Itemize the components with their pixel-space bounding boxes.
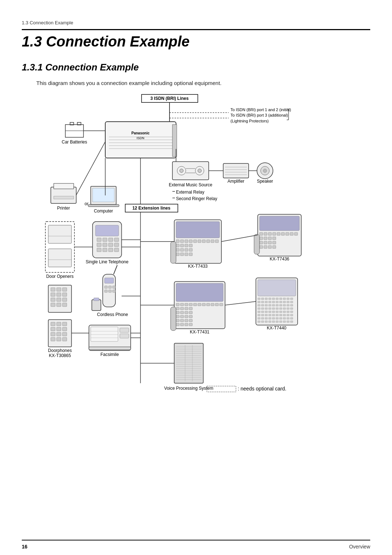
svg-rect-204 [189, 323, 192, 326]
svg-rect-70 [62, 303, 67, 307]
diagram: 3 ISDN (BRI) Lines To ISDN (BRI) port 1 … [22, 93, 370, 394]
svg-rect-118 [120, 334, 129, 338]
speaker-label: Speaker [257, 179, 273, 184]
svg-rect-225 [279, 301, 282, 303]
cordless-phone-label: Cordless Phone [97, 312, 128, 317]
svg-rect-250 [261, 311, 264, 313]
svg-rect-177 [189, 303, 192, 306]
svg-rect-272 [269, 317, 271, 319]
svg-rect-153 [277, 232, 280, 235]
svg-rect-242 [269, 308, 271, 309]
svg-rect-69 [57, 303, 61, 307]
external-relay-label: External Relay [176, 190, 204, 195]
svg-rect-129 [202, 240, 205, 243]
svg-rect-199 [185, 319, 188, 322]
svg-rect-282 [269, 321, 271, 323]
svg-rect-167 [264, 246, 267, 248]
svg-rect-83 [62, 337, 67, 341]
svg-rect-110 [94, 298, 99, 301]
svg-rect-88 [103, 238, 107, 242]
kx-t7433-label: KX-T7433 [188, 264, 208, 269]
svg-rect-179 [198, 303, 201, 306]
svg-rect-131 [211, 240, 214, 243]
svg-rect-117 [120, 328, 129, 332]
svg-rect-180 [202, 303, 205, 306]
svg-rect-44 [51, 187, 76, 203]
svg-rect-96 [103, 248, 107, 252]
svg-rect-127 [193, 240, 197, 243]
svg-rect-247 [287, 308, 289, 309]
svg-rect-49 [93, 188, 114, 202]
svg-rect-229 [258, 304, 260, 306]
svg-rect-169 [273, 246, 276, 248]
svg-rect-223 [272, 301, 275, 303]
needs-optional-label: : needs optional card. [238, 386, 286, 392]
svg-rect-166 [260, 246, 263, 248]
svg-rect-158 [260, 237, 263, 240]
door-openers-label: Door Openers [46, 274, 73, 279]
svg-rect-137 [176, 248, 179, 251]
svg-rect-60 [57, 288, 61, 291]
svg-rect-176 [185, 303, 188, 306]
svg-rect-193 [176, 315, 179, 318]
svg-rect-105 [105, 290, 107, 292]
svg-rect-255 [279, 311, 282, 313]
svg-rect-254 [276, 311, 278, 313]
svg-rect-93 [109, 243, 113, 247]
svg-rect-215 [279, 298, 282, 300]
svg-rect-144 [189, 253, 192, 256]
svg-rect-187 [185, 307, 188, 310]
single-line-tel-label: Single Line Telephone [86, 259, 128, 264]
svg-rect-77 [62, 327, 67, 331]
svg-rect-185 [176, 307, 179, 310]
svg-rect-191 [185, 311, 188, 314]
svg-rect-183 [215, 303, 219, 306]
svg-rect-208 [258, 280, 296, 296]
svg-rect-181 [207, 303, 210, 306]
svg-rect-184 [220, 303, 223, 306]
svg-rect-189 [176, 311, 179, 314]
svg-rect-102 [105, 286, 107, 288]
svg-rect-265 [279, 314, 282, 316]
svg-rect-235 [279, 304, 282, 306]
lightning-label: (Lightning Protectors) [230, 119, 269, 123]
svg-rect-53 [48, 225, 72, 243]
svg-rect-122 [176, 222, 220, 238]
svg-rect-287 [287, 321, 289, 323]
svg-rect-86 [95, 225, 119, 236]
svg-rect-196 [189, 315, 192, 318]
svg-rect-241 [265, 308, 268, 309]
kx-t7431-label: KX-T7431 [190, 329, 209, 335]
svg-rect-279 [258, 321, 260, 323]
svg-line-171 [221, 235, 258, 242]
svg-rect-66 [57, 298, 61, 301]
svg-rect-271 [265, 317, 268, 319]
kx-t7436-label: KX-T7436 [270, 256, 289, 262]
svg-rect-200 [189, 319, 192, 322]
svg-rect-61 [62, 288, 67, 291]
svg-rect-160 [268, 237, 271, 240]
svg-rect-210 [261, 298, 264, 300]
computer-label: Computer [94, 208, 113, 214]
svg-rect-283 [272, 321, 275, 323]
svg-rect-124 [180, 240, 184, 243]
isdn-port-3-label: To ISDN (BRI) port 3 (additional) [230, 113, 288, 117]
svg-rect-152 [273, 232, 276, 235]
svg-rect-201 [176, 323, 179, 326]
svg-rect-222 [269, 301, 271, 303]
svg-rect-156 [290, 232, 293, 235]
page-container: 1.3 Connection Example 1.3 Connection Ex… [0, 0, 392, 555]
breadcrumb: 1.3 Connection Example [22, 20, 73, 25]
svg-rect-155 [286, 232, 289, 235]
svg-rect-76 [57, 327, 61, 331]
svg-rect-252 [269, 311, 271, 313]
svg-rect-251 [265, 311, 268, 313]
svg-rect-216 [283, 298, 286, 300]
svg-rect-140 [189, 248, 192, 251]
svg-rect-91 [97, 243, 101, 247]
chapter-title: 1.3 Connection Example [22, 33, 189, 50]
svg-rect-174 [176, 303, 179, 306]
svg-rect-219 [258, 301, 260, 303]
svg-rect-256 [283, 311, 286, 313]
svg-rect-68 [51, 303, 55, 307]
